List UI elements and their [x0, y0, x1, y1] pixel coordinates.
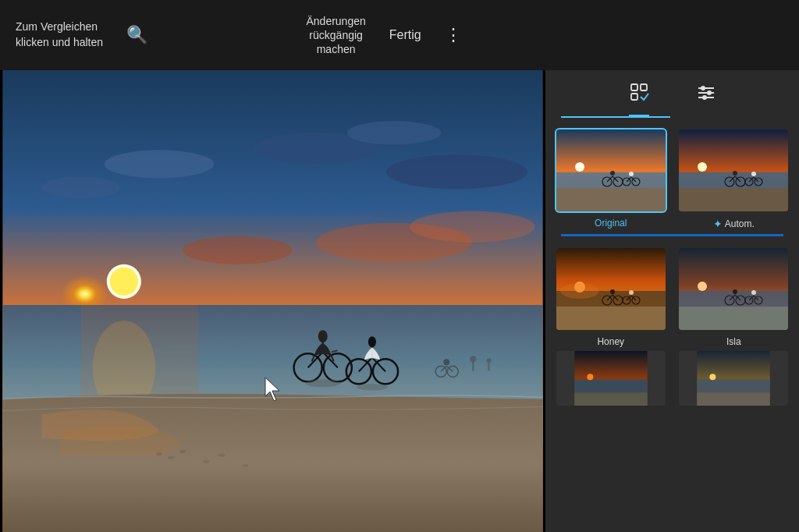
svg-point-112	[751, 290, 756, 295]
tab-adjust[interactable]	[696, 83, 716, 115]
svg-point-64	[610, 171, 615, 176]
toolbar-center: Änderungen rückgängig machen Fertig ⋮	[306, 14, 461, 57]
svg-rect-115	[574, 392, 647, 406]
svg-point-120	[710, 374, 716, 380]
filters-row-3	[553, 351, 791, 406]
svg-point-24	[306, 379, 340, 387]
svg-point-6	[105, 150, 214, 178]
filter-5-thumb	[556, 351, 666, 406]
filter-honey[interactable]: Honey	[553, 248, 669, 347]
svg-rect-48	[641, 84, 647, 90]
svg-point-43	[179, 450, 186, 453]
svg-point-38	[470, 356, 476, 362]
filter-honey-thumb	[556, 248, 666, 330]
svg-point-11	[183, 236, 292, 264]
filter-autom-label: ✦ Autom.	[713, 218, 755, 230]
main-content: Original	[0, 70, 799, 532]
svg-rect-119	[698, 392, 770, 406]
svg-point-46	[242, 464, 248, 467]
svg-point-30	[368, 336, 376, 347]
filter-original[interactable]: Original	[553, 129, 669, 230]
compare-hint: Zum Vergleichen klicken und halten	[16, 20, 103, 50]
blue-separator	[561, 234, 783, 236]
svg-rect-58	[556, 188, 666, 211]
svg-point-10	[410, 211, 535, 243]
adjust-tab-icon	[696, 83, 716, 108]
zoom-icon[interactable]: 🔍	[126, 25, 147, 45]
svg-point-93	[610, 289, 615, 294]
photo-area	[0, 70, 545, 532]
svg-rect-86	[556, 307, 666, 330]
filters-tab-icon	[629, 82, 649, 107]
svg-point-116	[587, 374, 593, 380]
more-menu-button[interactable]: ⋮	[445, 25, 462, 45]
undo-button[interactable]: Änderungen rückgängig machen	[306, 14, 365, 57]
filters-container[interactable]: Original	[545, 118, 799, 532]
panel-tabs	[545, 70, 799, 116]
svg-point-107	[733, 289, 737, 294]
svg-point-40	[486, 358, 491, 363]
filter-original-label: Original	[595, 218, 627, 229]
svg-point-42	[168, 456, 174, 459]
svg-rect-47	[631, 84, 637, 90]
svg-point-55	[702, 95, 707, 100]
svg-point-98	[629, 290, 634, 295]
svg-rect-101	[679, 307, 788, 330]
svg-point-45	[218, 454, 225, 457]
done-button[interactable]: Fertig	[389, 28, 421, 42]
svg-rect-37	[472, 361, 474, 371]
svg-point-31	[357, 384, 388, 390]
svg-point-51	[701, 86, 705, 90]
filter-isla-label: Isla	[726, 336, 741, 347]
svg-point-5	[347, 121, 441, 144]
right-panel: Original	[545, 70, 799, 532]
svg-rect-49	[631, 94, 637, 100]
svg-point-69	[629, 172, 634, 176]
filter-6[interactable]	[676, 351, 792, 406]
svg-point-59	[575, 162, 584, 172]
svg-point-73	[698, 162, 707, 172]
filter-6-thumb	[679, 351, 788, 406]
svg-point-8	[42, 176, 120, 198]
svg-point-20	[318, 330, 328, 342]
svg-point-36	[443, 359, 449, 365]
filters-row-1: Original	[553, 129, 791, 230]
toolbar: Zum Vergleichen klicken und halten 🔍 Änd…	[0, 0, 799, 70]
filter-5[interactable]	[553, 351, 669, 406]
svg-rect-72	[679, 188, 788, 211]
svg-point-53	[707, 90, 712, 95]
filter-isla-thumb	[679, 248, 788, 330]
svg-point-44	[203, 460, 209, 463]
svg-point-83	[751, 172, 756, 176]
svg-point-3	[110, 268, 138, 296]
filters-row-2: Honey	[553, 248, 791, 347]
tab-filters[interactable]	[629, 82, 649, 116]
svg-point-7	[386, 154, 527, 189]
svg-point-41	[156, 452, 162, 456]
filter-original-thumb	[556, 129, 666, 211]
beach-photo	[0, 70, 545, 532]
svg-point-88	[560, 283, 599, 299]
filter-autom-thumb	[679, 129, 788, 211]
svg-point-78	[733, 171, 737, 176]
filter-honey-label: Honey	[597, 336, 624, 347]
svg-rect-39	[488, 363, 489, 371]
filter-isla[interactable]: Isla	[676, 248, 792, 347]
filter-autom[interactable]: ✦ Autom.	[676, 129, 792, 230]
svg-point-102	[698, 282, 707, 291]
